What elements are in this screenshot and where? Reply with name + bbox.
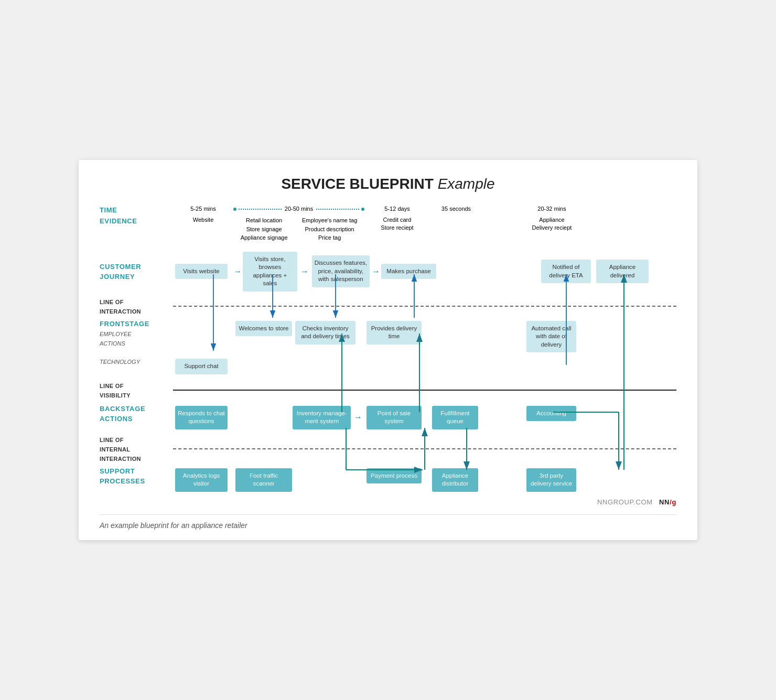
sp-box-4: Appliance distributor	[432, 468, 478, 492]
evidence-cell-3: Credit cardStore reciept	[364, 216, 430, 232]
fs-step-3: Provides delivery time	[364, 319, 430, 347]
sp-box-5: 3rd party delivery service	[526, 468, 576, 492]
line-interaction-dash	[173, 306, 676, 307]
line-visibility-label: LINE OFVISIBILITY	[100, 381, 173, 400]
sp-step-5: 3rd party delivery service	[524, 466, 579, 494]
cj-box-4: Makes purchase	[381, 264, 436, 279]
fs-step-1: Welcomes to store Checks inventory and d…	[233, 319, 364, 347]
technology-row: TECHNOLOGY Support chat	[100, 357, 676, 376]
bs-box-3: Point of sale system	[367, 406, 422, 429]
cj-step-1: Visits website	[173, 262, 233, 282]
time-row: TIME 5-25 mins 20-50 mins 5-12 days 35 s…	[100, 205, 676, 215]
bs-step-1: Responds to chat questions	[173, 404, 233, 432]
cj-step-2-3: Visits store, browses appliances + sales…	[241, 250, 372, 294]
cj-step-6: Appliance delivered	[594, 257, 657, 285]
cj-step-5: Notified of delivery ETA	[539, 257, 594, 285]
cj-arrow-3: →	[372, 267, 379, 276]
time-cell-3: 5-12 days	[364, 205, 430, 213]
caption: An example blueprint for an appliance re…	[100, 514, 676, 530]
time-cell-2: 20-50 mins	[233, 205, 364, 213]
evidence-cell-1: Website	[173, 216, 233, 224]
logo-nn: NN	[659, 498, 670, 506]
time-cell-4: 35 seconds	[430, 205, 482, 213]
backstage-row: BACKSTAGEACTIONS Responds to chat questi…	[100, 404, 676, 432]
cj-step-4: Makes purchase	[379, 262, 445, 282]
line-visibility-solid	[173, 390, 676, 391]
diagram-wrapper: CUSTOMERJOURNEY Visits website → Visits …	[100, 250, 676, 494]
bs-box-5: Accounting	[526, 406, 576, 422]
customer-journey-row: CUSTOMERJOURNEY Visits website → Visits …	[100, 250, 676, 294]
cj-arrow-2: →	[300, 267, 309, 276]
bs-step-5: Accounting	[524, 404, 579, 424]
sp-box-3: Payment process	[367, 468, 422, 484]
cj-box-5: Notified of delivery ETA	[541, 260, 591, 283]
sp-step-3: Payment process	[364, 466, 430, 486]
line-internal-dash	[173, 448, 676, 449]
time-cell-1: 5-25 mins	[173, 205, 233, 213]
logo-site: NNGROUP.COM	[597, 498, 653, 506]
bs-box-4: Fullfillment queue	[432, 406, 478, 429]
logo-g: /g	[670, 498, 676, 506]
diagram-content: CUSTOMERJOURNEY Visits website → Visits …	[100, 250, 676, 494]
fs-box-2-space: Checks inventory and delivery times	[295, 321, 355, 344]
title-italic: Example	[438, 176, 495, 192]
cj-arrow-1: →	[233, 267, 241, 276]
sp-step-2: Foot traffic scanner	[233, 466, 364, 494]
cj-box-2: Visits store, browses appliances + sales	[243, 252, 297, 292]
sp-step-4: Appliance distributor	[430, 466, 482, 494]
evidence-label: EVIDENCE	[100, 216, 173, 226]
line-interaction-label: LINE OFINTERACTION	[100, 297, 173, 316]
main-title: SERVICE BLUEPRINT Example	[100, 176, 676, 192]
sp-step-1: Analytics logs visitor	[173, 466, 233, 494]
time-label: TIME	[100, 205, 173, 215]
cj-box-3: Discusses features, price, availability,…	[312, 255, 370, 287]
evidence-row: EVIDENCE Website Retail locationStore si…	[100, 216, 676, 242]
line-internal-row: LINE OFINTERNALINTERACTION	[100, 435, 676, 463]
fs-box-4: Automated call with date of delivery	[526, 321, 576, 353]
tech-box-1: Support chat	[175, 359, 228, 374]
bs-box-2: Inventory manage-ment system	[293, 406, 351, 429]
support-row: SUPPORTPROCESSES Analytics logs visitor …	[100, 466, 676, 494]
sp-box-1: Analytics logs visitor	[175, 468, 228, 492]
page-wrapper: SERVICE BLUEPRINT Example TIME 5-25 mins…	[79, 160, 697, 540]
fs-step-4: Automated call with date of delivery	[524, 319, 579, 355]
frontstage-row: FRONTSTAGE EMPLOYEEACTIONS Welcomes to s…	[100, 319, 676, 355]
frontstage-labels: FRONTSTAGE EMPLOYEEACTIONS	[100, 319, 173, 348]
sp-box-2: Foot traffic scanner	[235, 468, 292, 492]
line-internal-label: LINE OFINTERNALINTERACTION	[100, 435, 173, 463]
title-bold: SERVICE BLUEPRINT	[281, 176, 433, 192]
backstage-labels: BACKSTAGEACTIONS	[100, 404, 173, 424]
customer-journey-label: CUSTOMERJOURNEY	[100, 262, 173, 282]
time-cell-6: 20-32 mins	[524, 205, 579, 213]
bs-arrow: →	[354, 413, 362, 422]
fs-box-1: Welcomes to store	[235, 321, 292, 337]
bs-step-3: Point of sale system	[364, 404, 430, 432]
tech-label: TECHNOLOGY	[100, 357, 173, 366]
tech-step-1: Support chat	[173, 357, 233, 376]
line-interaction-row: LINE OFINTERACTION	[100, 297, 676, 316]
line-visibility-row: LINE OFVISIBILITY	[100, 381, 676, 400]
bs-step-4: Fullfillment queue	[430, 404, 482, 432]
bs-box-1: Responds to chat questions	[175, 406, 228, 429]
evidence-cell-6: ApplianceDelivery reciept	[524, 216, 579, 232]
support-label: SUPPORTPROCESSES	[100, 466, 173, 486]
cj-box-1: Visits website	[175, 264, 228, 279]
evidence-cell-2: Retail locationStore signageAppliance si…	[233, 216, 364, 242]
bs-step-2: Inventory manage-ment system →	[233, 404, 364, 432]
fs-box-3: Provides delivery time	[367, 321, 422, 344]
logo-area: NNGROUP.COM NN/g	[100, 498, 676, 506]
fs-box-2: Checks inventory and delivery times	[295, 321, 355, 344]
cj-box-6: Appliance delivered	[596, 260, 649, 283]
